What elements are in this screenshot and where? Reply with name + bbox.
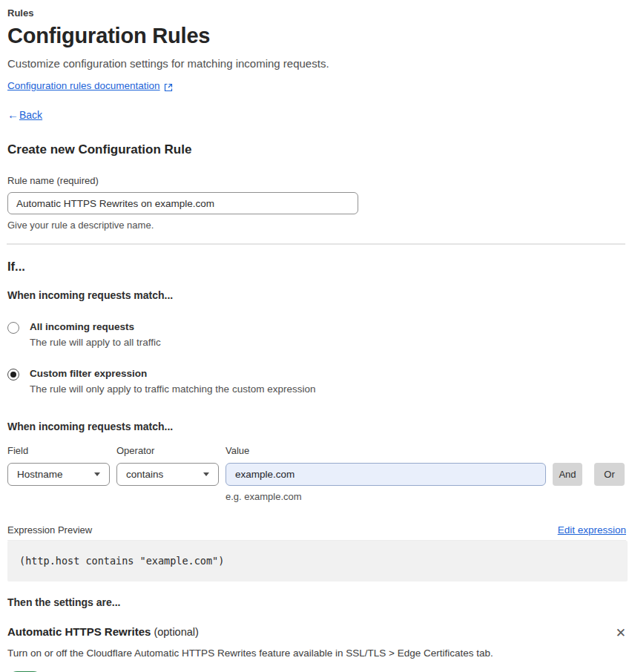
setting-title: Automatic HTTPS Rewrites (optional) [7,625,199,638]
setting-title-optional: (optional) [151,626,198,638]
field-column-label: Field [7,445,110,456]
documentation-link[interactable]: Configuration rules documentation [7,80,160,91]
setting-description: Turn on or off the Cloudflare Automatic … [7,648,625,659]
or-button[interactable]: Or [594,463,625,486]
radio-option-label: All incoming requests [30,321,161,332]
match-heading: When incoming requests match... [7,289,625,301]
radio-option-label: Custom filter expression [30,368,315,379]
chevron-down-icon [94,472,100,476]
operator-column-label: Operator [116,445,219,456]
chevron-down-icon [203,472,209,476]
radio-option-custom-filter-expression[interactable]: Custom filter expression The rule will o… [7,368,625,395]
value-help-text: e.g. example.com [226,491,546,502]
create-rule-heading: Create new Configuration Rule [7,142,625,157]
builder-heading: When incoming requests match... [7,421,625,432]
setting-title-name: Automatic HTTPS Rewrites [7,625,151,638]
if-heading: If... [7,260,625,274]
page-subtitle: Customize configuration settings for mat… [7,57,625,70]
back-link-label[interactable]: Back [19,109,42,121]
back-arrow-icon: ← [7,108,19,121]
back-link[interactable]: ← Back [7,108,625,121]
radio-checked-icon[interactable] [7,369,19,381]
then-settings-heading: Then the settings are... [7,596,625,608]
expression-preview-header: Expression Preview Edit expression [7,524,626,541]
value-input[interactable] [226,463,546,486]
expression-preview-label: Expression Preview [7,524,92,536]
and-button[interactable]: And [553,463,582,486]
section-divider [7,243,625,245]
field-select[interactable]: Hostname [7,463,110,486]
expression-text: (http.host contains "example.com") [19,555,224,567]
operator-select-value: contains [126,469,163,480]
field-select-value: Hostname [17,469,63,480]
rule-name-help: Give your rule a descriptive name. [7,220,625,231]
edit-expression-link[interactable]: Edit expression [558,524,626,536]
page-title: Configuration Rules [7,24,625,48]
value-column-label: Value [226,445,546,456]
breadcrumb: Rules [7,7,625,19]
expression-preview-code: (http.host contains "example.com") [7,541,628,582]
setting-card-header: Automatic HTTPS Rewrites (optional) ✕ [7,625,626,639]
radio-unchecked-icon[interactable] [7,322,19,334]
rule-name-label: Rule name (required) [7,175,625,186]
radio-option-all-incoming-requests[interactable]: All incoming requests The rule will appl… [7,321,625,348]
configuration-rules-page: Rules Configuration Rules Customize conf… [0,0,632,672]
radio-option-description: The rule will only apply to traffic matc… [30,383,315,395]
operator-select[interactable]: contains [116,463,219,486]
radio-option-description: The rule will apply to all traffic [30,337,161,348]
rule-name-input[interactable] [7,192,358,214]
expression-builder-row: Field Operator Value Hostname contains A… [7,445,625,502]
external-link-icon [164,82,173,90]
close-icon[interactable]: ✕ [616,627,626,639]
